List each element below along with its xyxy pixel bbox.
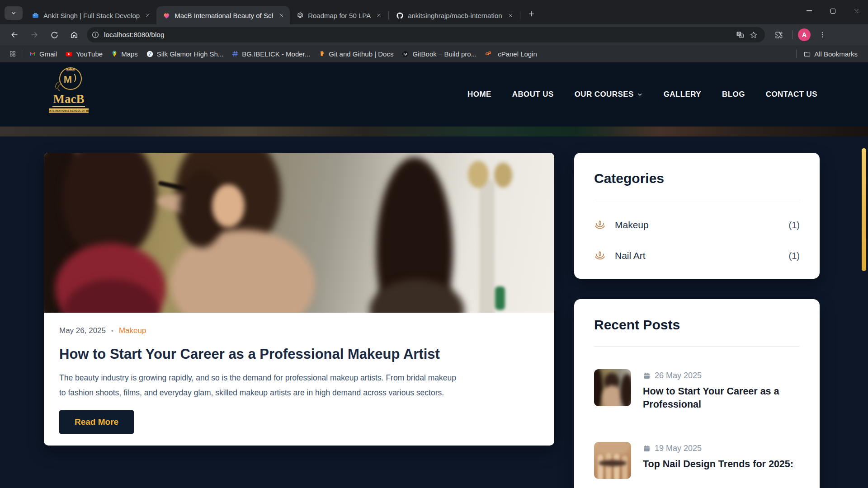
chatgpt-icon: [296, 12, 304, 19]
blog-post-body: May 26, 2025 • Makeup How to Start Your …: [44, 313, 554, 446]
tab-close-icon[interactable]: [375, 11, 383, 19]
divider: [594, 200, 800, 200]
bookmark-maps[interactable]: Maps: [107, 48, 142, 60]
tab-close-icon[interactable]: [144, 11, 152, 19]
gitea-cup-icon: [318, 50, 326, 57]
profile-avatar[interactable]: A: [798, 28, 811, 41]
bookmarks-separator: [796, 50, 797, 58]
chevron-down-icon: [10, 10, 17, 16]
bookmark-label: Silk Glamor High Sh...: [157, 50, 224, 58]
all-bookmarks-button[interactable]: All Bookmarks: [799, 48, 862, 60]
hero-image-strip: [0, 127, 868, 136]
bookmark-youtube[interactable]: YouTube: [61, 48, 107, 60]
blog-post-image[interactable]: [44, 153, 554, 313]
plus-icon: [528, 10, 535, 17]
tab-close-icon[interactable]: [277, 11, 285, 19]
avatar-initial: A: [802, 31, 807, 38]
folder-icon: [803, 50, 811, 58]
tab-title: ankitsinghrajp/macb-internation: [408, 12, 502, 19]
reload-button[interactable]: [46, 26, 63, 43]
site-info-icon[interactable]: [91, 31, 99, 39]
recent-post-item[interactable]: 26 May 2025 How to Start Your Career as …: [594, 369, 800, 411]
tab-ankit-singh[interactable]: Ankit Singh | Full Stack Develop: [25, 6, 156, 24]
category-row-nail-art[interactable]: Nail Art (1): [594, 250, 800, 262]
browser-menu-icon[interactable]: [814, 26, 831, 43]
tab-separator: [388, 11, 389, 19]
tab-title: Roadmap for 50 LPA: [308, 12, 371, 19]
page-content: M MacB INTERNATIONAL SCHOOL OF BEAUTY HO…: [0, 62, 868, 488]
bookmark-label: GitBook – Build pro...: [412, 50, 476, 58]
chevron-down-icon: [637, 92, 643, 98]
logo-wordmark: MacB: [52, 93, 85, 107]
read-more-button[interactable]: Read More: [59, 410, 134, 434]
maximize-button[interactable]: [821, 0, 844, 22]
photo-shape: [614, 454, 619, 479]
maps-pin-icon: [111, 50, 118, 57]
bookmark-git-docs[interactable]: Git and Github | Docs: [314, 48, 397, 60]
nav-home[interactable]: HOME: [467, 90, 491, 99]
photo-shape: [598, 455, 603, 479]
bookmark-label: Maps: [121, 50, 138, 58]
nav-contact-us[interactable]: CONTACT US: [766, 90, 817, 99]
tab-separator: [520, 11, 520, 19]
recent-post-thumbnail[interactable]: [594, 442, 631, 479]
tab-search-button[interactable]: [5, 6, 23, 20]
close-button[interactable]: [844, 0, 868, 22]
tab-close-icon[interactable]: [506, 11, 514, 19]
photo-shape: [594, 369, 603, 406]
photo-shape: [494, 163, 512, 188]
recent-post-item[interactable]: 19 May 2025 Top Nail Design Trends for 2…: [594, 442, 800, 479]
site-header: M MacB INTERNATIONAL SCHOOL OF BEAUTY HO…: [0, 62, 868, 127]
photo-shape: [495, 286, 505, 310]
github-icon: [396, 12, 404, 19]
toolbar-separator: [792, 30, 793, 39]
nav-blog[interactable]: BLOG: [722, 90, 745, 99]
post-category-link[interactable]: Makeup: [119, 326, 146, 335]
category-row-makeup[interactable]: Makeup (1): [594, 219, 800, 231]
forward-button[interactable]: [26, 26, 43, 43]
apps-grid-icon[interactable]: [6, 48, 19, 59]
recent-post-title[interactable]: How to Start Your Career as a Profession…: [643, 385, 800, 411]
window-controls: [797, 0, 868, 22]
recent-post-text: 26 May 2025 How to Start Your Career as …: [643, 369, 800, 411]
tab-macb-active[interactable]: MacB International Beauty of Sch: [156, 6, 290, 24]
all-bookmarks-label: All Bookmarks: [814, 50, 858, 58]
bookmark-gmail[interactable]: Gmail: [25, 48, 61, 60]
svg-text:M: M: [64, 74, 72, 85]
scrollbar-thumb[interactable]: [862, 148, 866, 271]
extensions-icon[interactable]: [770, 26, 787, 43]
reload-icon: [50, 31, 59, 39]
back-button[interactable]: [6, 26, 23, 43]
post-title[interactable]: How to Start Your Career as a Profession…: [59, 346, 539, 362]
bookmark-gitbook[interactable]: GitBook – Build pro...: [397, 48, 481, 60]
photo-shape: [596, 442, 630, 455]
translate-icon[interactable]: GA: [733, 28, 747, 42]
new-tab-button[interactable]: [525, 7, 538, 20]
home-button[interactable]: [66, 26, 83, 43]
minimize-icon: [807, 10, 812, 11]
nav-about-us[interactable]: ABOUT US: [512, 90, 554, 99]
gmail-icon: [29, 50, 36, 57]
divider: [594, 346, 800, 347]
address-bar[interactable]: localhost:8080/blog GA: [87, 27, 765, 42]
bookmark-bg-ibelick[interactable]: BG.IBELICK - Moder...: [227, 48, 314, 60]
bookmark-star-icon[interactable]: [747, 28, 760, 42]
category-count: (1): [789, 220, 800, 230]
category-label[interactable]: Makeup: [615, 220, 780, 230]
tab-roadmap[interactable]: Roadmap for 50 LPA: [290, 6, 387, 24]
nav-gallery[interactable]: GALLERY: [664, 90, 701, 99]
recent-post-date: 26 May 2025: [643, 371, 800, 380]
photo-shape: [602, 385, 622, 406]
svg-text:A: A: [741, 35, 742, 38]
recent-post-thumbnail[interactable]: [594, 369, 631, 406]
recent-post-title[interactable]: Top Nail Design Trends for 2025:: [643, 458, 793, 471]
nav-our-courses[interactable]: OUR COURSES: [575, 90, 643, 99]
minimize-button[interactable]: [797, 0, 821, 22]
silk-glamor-icon: [146, 50, 154, 58]
bookmark-cpanel[interactable]: cP cPanel Login: [481, 48, 541, 60]
tab-github-repo[interactable]: ankitsinghrajp/macb-internation: [390, 6, 519, 24]
bookmark-silk-glamor[interactable]: Silk Glamor High Sh...: [142, 48, 228, 60]
category-label[interactable]: Nail Art: [615, 250, 780, 261]
post-meta: May 26, 2025 • Makeup: [59, 326, 539, 335]
site-logo[interactable]: M MacB INTERNATIONAL SCHOOL OF BEAUTY: [47, 66, 90, 113]
